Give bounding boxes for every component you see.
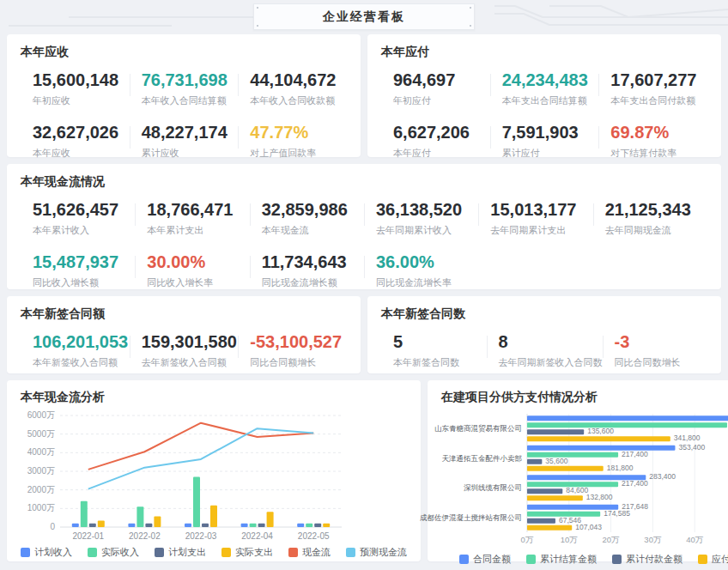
stat-value: 6,627,206 xyxy=(393,123,470,142)
stat-label: 年初应付 xyxy=(393,94,490,107)
stat-item: 30.00%同比收入增长率 xyxy=(135,252,249,289)
stat-label: 本年累计支出 xyxy=(147,224,249,237)
card-contract-amount-title: 本年新签合同额 xyxy=(21,306,347,322)
stat-item: 21,125,343去年同期现金流 xyxy=(593,200,707,237)
stat-label: 本年支出合同结算额 xyxy=(502,94,599,107)
stat-label: 同比收入增长额 xyxy=(33,276,135,289)
svg-text:107,043: 107,043 xyxy=(575,523,602,531)
legend-label: 合同金额 xyxy=(473,553,511,566)
svg-text:成都佐伊混凝土搅拌站有限公司: 成都佐伊混凝土搅拌站有限公司 xyxy=(420,513,522,522)
stat-item: -3同比合同数增长 xyxy=(603,332,708,369)
cashflow-chart-legend: 计划收入实际收入计划支出实际支出现金流预测现金流 xyxy=(21,546,407,559)
stat-item: 15,600,148年初应收 xyxy=(21,70,130,107)
stat-label: 本年新签收入合同额 xyxy=(33,356,130,369)
stat-label: 对上产值回款率 xyxy=(250,147,347,160)
stat-item: 44,104,672本年收入合同收款额 xyxy=(238,70,347,107)
stat-item: 69.87%对下结算付款率 xyxy=(598,123,707,160)
stat-value: 964,697 xyxy=(393,70,455,89)
stat-label: 累计应收 xyxy=(142,147,239,160)
svg-text:217,400: 217,400 xyxy=(622,479,648,488)
legend-item[interactable]: 预测现金流 xyxy=(346,546,407,559)
svg-text:山东青糖商混贸易有限公司: 山东青糖商混贸易有限公司 xyxy=(434,424,522,433)
svg-text:天津通拓五金配件小卖部: 天津通拓五金配件小卖部 xyxy=(442,454,523,463)
svg-text:1000万: 1000万 xyxy=(27,503,55,512)
stat-label: 累计应付 xyxy=(502,147,599,160)
svg-text:20万: 20万 xyxy=(603,535,621,544)
stat-item: 106,201,053本年新签收入合同额 xyxy=(21,332,130,369)
stat-item: 8去年同期新签收入合同数 xyxy=(487,332,603,369)
legend-item[interactable]: 计划支出 xyxy=(155,546,206,559)
stat-value: 11,734,643 xyxy=(262,252,347,271)
stat-item: 15,013,177去年同期累计支出 xyxy=(478,200,592,237)
svg-text:4000万: 4000万 xyxy=(27,447,55,457)
legend-item[interactable]: 累计结算金额 xyxy=(526,553,597,566)
stat-label: 本年累计收入 xyxy=(33,224,135,237)
legend-item[interactable]: 实际收入 xyxy=(88,546,139,559)
supplier-payment-hbar-chart: 0万10万20万30万40万50万山东青糖商混贸易有限公司483,400477,… xyxy=(441,410,728,546)
stat-label: 去年同期累计支出 xyxy=(490,224,592,237)
cashflow-combo-chart: 01000万2000万3000万4000万5000万6000万2022-0120… xyxy=(21,410,347,543)
svg-text:341,800: 341,800 xyxy=(674,434,701,442)
stat-value: 15,600,148 xyxy=(33,70,118,89)
stat-item: 7,591,903累计应付 xyxy=(490,123,599,160)
cashflow-stats-grid: 51,626,457本年累计收入18,766,471本年累计支出32,859,9… xyxy=(21,200,707,289)
svg-text:0万: 0万 xyxy=(521,535,534,544)
stat-label: 去年同期现金流 xyxy=(605,224,707,237)
legend-item[interactable]: 累计付款金额 xyxy=(612,553,682,566)
stat-value: 44,104,672 xyxy=(250,70,336,89)
svg-text:35,600: 35,600 xyxy=(545,457,567,465)
stat-label: 去年新签收入合同额 xyxy=(142,356,239,369)
stat-label: 同比收入增长率 xyxy=(147,276,249,289)
stat-label: 本年收入合同结算额 xyxy=(142,94,239,107)
card-payable: 本年应付 964,697年初应付24,234,483本年支出合同结算额17,60… xyxy=(367,34,721,157)
svg-text:181,800: 181,800 xyxy=(607,464,634,472)
legend-item[interactable]: 现金流 xyxy=(288,546,331,559)
legend-item[interactable]: 实际支出 xyxy=(221,546,273,559)
card-cashflow-title: 本年现金流情况 xyxy=(21,174,707,190)
svg-text:2022-05: 2022-05 xyxy=(298,531,330,541)
legend-item[interactable]: 应付金额 xyxy=(698,553,728,566)
stat-value: 32,627,026 xyxy=(33,123,118,142)
svg-text:132,800: 132,800 xyxy=(586,493,613,501)
stat-value: 17,607,277 xyxy=(610,70,696,89)
stat-label: 本年收入合同收款额 xyxy=(250,94,347,107)
svg-text:6000万: 6000万 xyxy=(27,410,55,420)
svg-text:10万: 10万 xyxy=(561,535,579,544)
svg-text:2022-04: 2022-04 xyxy=(241,531,273,541)
svg-text:353,400: 353,400 xyxy=(678,443,705,452)
stat-value: -53,100,527 xyxy=(250,332,342,351)
svg-text:0: 0 xyxy=(50,522,55,531)
legend-label: 实际支出 xyxy=(235,546,273,559)
card-receivable: 本年应收 15,600,148年初应收76,731,698本年收入合同结算额44… xyxy=(7,34,361,157)
stat-label: 去年同期新签收入合同数 xyxy=(499,356,603,369)
stat-value: 7,591,903 xyxy=(502,123,579,142)
legend-item[interactable]: 计划收入 xyxy=(21,546,72,559)
stat-label: 去年同期累计收入 xyxy=(376,224,478,237)
stat-label: 对下结算付款率 xyxy=(610,147,707,160)
svg-text:84,600: 84,600 xyxy=(566,486,588,494)
stat-label: 年初应收 xyxy=(33,94,130,107)
legend-label: 预测现金流 xyxy=(360,546,407,559)
legend-swatch xyxy=(698,555,707,564)
svg-text:5000万: 5000万 xyxy=(27,429,55,439)
page-title: 企业经营看板 xyxy=(323,9,405,25)
legend-swatch xyxy=(288,548,298,557)
stat-item: 36,138,520去年同期累计收入 xyxy=(364,200,478,237)
legend-item[interactable]: 合同金额 xyxy=(459,553,511,566)
stat-label: 同比现金流增长额 xyxy=(262,276,364,289)
stat-label: 本年现金流 xyxy=(262,224,364,237)
stat-item: 11,734,643同比现金流增长额 xyxy=(250,252,364,289)
card-cashflow-analysis-chart: 本年现金流分析 01000万2000万3000万4000万5000万6000万2… xyxy=(7,380,421,561)
stat-item: -53,100,527同比合同额增长 xyxy=(238,332,347,369)
contract-amount-stats-grid: 106,201,053本年新签收入合同额159,301,580去年新签收入合同额… xyxy=(21,332,347,369)
payable-stats-grid: 964,697年初应付24,234,483本年支出合同结算额17,607,277… xyxy=(381,70,707,160)
legend-label: 计划支出 xyxy=(168,546,206,559)
stat-item: 32,859,986本年现金流 xyxy=(250,200,364,237)
svg-text:2022-03: 2022-03 xyxy=(185,531,217,541)
stat-label: 同比合同数增长 xyxy=(615,356,708,369)
legend-swatch xyxy=(88,548,97,557)
stat-value: 15,013,177 xyxy=(490,200,576,219)
stat-value: 47.77% xyxy=(250,123,308,142)
stat-label: 本年支出合同付款额 xyxy=(610,94,707,107)
contract-count-stats-grid: 5本年新签合同数8去年同期新签收入合同数-3同比合同数增长 xyxy=(381,332,707,369)
